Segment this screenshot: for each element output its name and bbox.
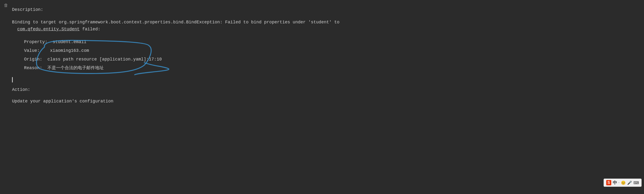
origin-row: Origin: class path resource [application… [24,55,644,64]
action-label: Action: [12,87,644,92]
value-value: xiaoming163.com [50,48,89,53]
sogou-icon[interactable]: S [606,180,611,185]
description-label: Description: [12,7,644,12]
text-cursor [12,77,13,82]
ime-dot[interactable]: · [618,180,620,185]
description-text: Description: [12,7,43,12]
origin-label: Origin: [24,57,42,62]
ime-keyboard[interactable]: ⌨ [634,180,639,185]
binding-error-line1: Binding to target org.springframework.bo… [12,20,340,25]
property-label: Property: [24,40,48,44]
property-value: student.email [53,40,86,44]
value-row: Value: xiaoming163.com [24,46,644,55]
ime-face[interactable]: 😊 [621,180,626,185]
property-block: Property: student.email Value: xiaoming1… [24,38,644,72]
cursor-line [12,77,644,82]
update-text: Update your application's configuration [12,99,644,104]
value-label: Value: [24,48,40,53]
property-row: Property: student.email [24,38,644,46]
ime-cn-label[interactable]: 中 [613,180,617,185]
main-content: Description: Binding to target org.sprin… [12,7,644,194]
binding-error-failed: failed: [80,27,100,32]
binding-error-block: Binding to target org.springframework.bo… [12,19,644,33]
reason-label: Reason: [24,66,42,70]
trash-icon-area: 🗑 [4,3,8,8]
origin-value: class path resource [application.yaml]:1… [48,57,162,62]
ime-toolbar: S 中 · 😊 🎤 ⌨ [604,178,642,187]
binding-error-class: com.qfedu.entity.Student [17,27,80,32]
update-text-value: Update your application's configuration [12,99,113,104]
action-text: Action: [12,87,30,92]
ime-mic[interactable]: 🎤 [627,180,632,185]
reason-row: Reason: 不是一个合法的电子邮件地址 [24,64,644,72]
trash-icon[interactable]: 🗑 [4,3,8,8]
reason-value: 不是一个合法的电子邮件地址 [48,66,104,70]
